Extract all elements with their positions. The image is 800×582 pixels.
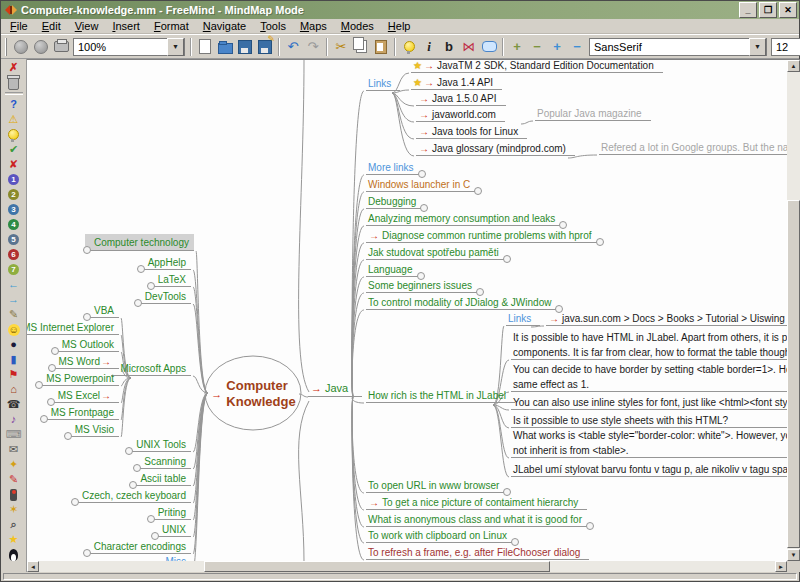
vertical-scrollbar[interactable]: ▲ ▼ xyxy=(787,59,800,561)
font-family-select-dropdown-icon[interactable]: ▼ xyxy=(749,38,766,56)
menu-view[interactable]: View xyxy=(68,20,106,32)
root-node[interactable]: → Computer Knowledge xyxy=(207,359,300,428)
node-html-note-4[interactable]: Is it possible to use style sheets with … xyxy=(511,414,787,428)
node-control-modality[interactable]: To control modality of JDialog & JWindow xyxy=(366,296,560,310)
font-family-select[interactable]: SansSerif▼ xyxy=(589,38,767,56)
fold-indicator[interactable] xyxy=(418,170,426,178)
node-ms-visio[interactable]: MS Visio xyxy=(66,423,119,437)
fold-indicator[interactable] xyxy=(137,265,145,273)
node-ms-powerpoint[interactable]: MS Powerpoint xyxy=(37,372,119,386)
node-windows-launcher[interactable]: Windows launcher in C xyxy=(366,178,479,192)
node-java-sdk-doc[interactable]: ★→JavaTM 2 SDK, Standard Edition Documen… xyxy=(411,59,663,73)
node-html-note-3[interactable]: You can also use inline styles for font,… xyxy=(511,396,787,410)
maximize-button[interactable]: ❒ xyxy=(759,2,777,18)
open-map-icon[interactable] xyxy=(215,37,235,56)
nav-back-icon[interactable] xyxy=(11,37,31,56)
fold-indicator[interactable] xyxy=(147,515,155,523)
font-size-select[interactable]: 12▼ xyxy=(771,38,800,56)
menu-navigate[interactable]: Navigate xyxy=(196,20,253,32)
menu-format[interactable]: Format xyxy=(147,20,196,32)
stop-icon[interactable] xyxy=(4,487,24,502)
menu-file[interactable]: File xyxy=(3,20,35,32)
node-beginners-issues[interactable]: Some beginners issues xyxy=(366,279,481,293)
bold-icon[interactable]: b xyxy=(439,37,459,56)
node-character-encodings[interactable]: Character encodings xyxy=(85,540,191,554)
node-ascii-table[interactable]: Ascii table xyxy=(131,472,191,486)
node-computer-technology[interactable]: Computer technology xyxy=(85,234,194,251)
node-up-icon[interactable]: + xyxy=(547,37,567,56)
node-microsoft-apps[interactable]: Microsoft Apps xyxy=(111,362,191,376)
node-java-glossary[interactable]: →Java glossary (mindprod.com) xyxy=(416,142,575,156)
idea-icon[interactable] xyxy=(4,127,24,142)
search-icon[interactable]: ⌕ xyxy=(4,517,24,532)
node-html-note-2[interactable]: You can decide to have border by setting… xyxy=(511,362,787,392)
node-links-2[interactable]: Links xyxy=(506,312,540,326)
node-links[interactable]: Links xyxy=(366,77,400,91)
node-scanning[interactable]: Scanning xyxy=(135,455,191,469)
priority-4-icon[interactable]: 4 xyxy=(4,217,24,232)
vertical-scroll-thumb[interactable] xyxy=(787,200,800,548)
node-devtools[interactable]: DevTools xyxy=(136,290,191,304)
node-glossary-note[interactable]: Refered a lot in Google groups. But the … xyxy=(599,141,787,155)
node-link-icon[interactable]: ⋈ xyxy=(459,37,479,56)
horizontal-scroll-thumb[interactable] xyxy=(204,561,550,572)
ok-icon[interactable]: ✔ xyxy=(4,142,24,157)
node-ms-excel[interactable]: MS Excel→ xyxy=(49,389,119,403)
copy-icon[interactable] xyxy=(351,37,371,56)
node-how-rich-html[interactable]: How rich is the HTML in JLabel xyxy=(366,389,515,403)
fold-indicator[interactable] xyxy=(83,246,91,254)
fold-indicator[interactable] xyxy=(83,313,91,321)
node-ms-outlook[interactable]: MS Outlook xyxy=(53,338,119,352)
undo-icon[interactable]: ↶ xyxy=(283,37,303,56)
node-jak-studovat[interactable]: Jak studovat spotřebu paměti xyxy=(366,246,508,260)
remove-icon[interactable]: ✗ xyxy=(4,60,24,75)
node-diagnose-hprof[interactable]: →Diagnose common runtime problems with h… xyxy=(366,229,601,243)
menu-edit[interactable]: Edit xyxy=(35,20,68,32)
zoom-select-dropdown-icon[interactable]: ▼ xyxy=(167,38,184,56)
priority-3-icon[interactable]: 3 xyxy=(4,202,24,217)
fold-indicator[interactable] xyxy=(40,415,48,423)
node-unix[interactable]: UNIX xyxy=(153,523,191,537)
scroll-down-icon[interactable]: ▼ xyxy=(787,549,800,561)
music-icon[interactable]: ♪ xyxy=(4,412,24,427)
node-java-150-api[interactable]: →Java 1.5.0 API xyxy=(416,92,506,106)
paste-icon[interactable] xyxy=(371,37,391,56)
print-icon[interactable] xyxy=(51,37,71,56)
node-open-url[interactable]: To open URL in www browser xyxy=(366,479,508,493)
node-language[interactable]: Language xyxy=(366,263,422,277)
node-ms-word[interactable]: MS Word→ xyxy=(50,355,120,369)
scroll-left-icon[interactable]: ◄ xyxy=(27,561,39,572)
menu-maps[interactable]: Maps xyxy=(293,20,334,32)
fold-indicator[interactable] xyxy=(51,347,59,355)
font-smaller-icon[interactable]: − xyxy=(527,37,547,56)
linux-icon[interactable] xyxy=(4,547,24,562)
priority-6-icon[interactable]: 6 xyxy=(4,247,24,262)
menu-tools[interactable]: Tools xyxy=(253,20,293,32)
node-containment-hierarchy[interactable]: →To get a nice picture of contaiment hie… xyxy=(366,496,587,510)
menu-insert[interactable]: Insert xyxy=(105,20,147,32)
priority-1-icon[interactable]: 1 xyxy=(4,172,24,187)
keyboard-icon[interactable]: ⌨ xyxy=(4,427,24,442)
fold-indicator[interactable] xyxy=(586,522,594,530)
bookmark-icon[interactable]: ★ xyxy=(4,532,24,547)
node-priting[interactable]: Priting xyxy=(149,506,191,520)
phone-icon[interactable]: ☎ xyxy=(4,397,24,412)
fold-indicator[interactable] xyxy=(147,282,155,290)
trash-icon[interactable] xyxy=(4,75,24,90)
node-analyzing-memory[interactable]: Analyzing memory consumption and leaks xyxy=(366,212,564,226)
cancel-icon[interactable]: ✘ xyxy=(4,157,24,172)
back-icon[interactable]: ← xyxy=(4,277,24,292)
node-clipboard-linux[interactable]: To work with clipboard on Linux xyxy=(366,529,516,543)
fold-indicator[interactable] xyxy=(476,288,484,296)
node-java-sun-path[interactable]: →java.sun.com > Docs > Books > Tutorial … xyxy=(546,312,787,326)
node-debugging[interactable]: Debugging xyxy=(366,195,425,209)
menu-help[interactable]: Help xyxy=(381,20,418,32)
horizontal-scrollbar[interactable]: ◄ ► xyxy=(27,561,787,572)
horizontal-scroll-track[interactable] xyxy=(39,561,775,572)
node-javaworld-note[interactable]: Popular Java magazine xyxy=(535,107,651,121)
node-java[interactable]: →Java xyxy=(308,382,362,397)
scroll-right-icon[interactable]: ► xyxy=(775,561,787,572)
book-icon[interactable]: ▮ xyxy=(4,352,24,367)
fold-indicator[interactable] xyxy=(134,299,142,307)
node-czech-keyboard[interactable]: Czech, czech keyboard xyxy=(73,489,191,503)
